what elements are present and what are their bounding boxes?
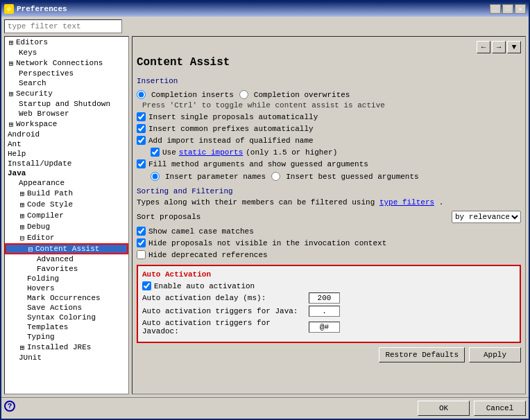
tree-item-templates[interactable]: Templates	[5, 322, 128, 332]
param-radio-row: Insert parameter names Insert best guess…	[151, 172, 521, 181]
completion-inserts-label: Completion inserts	[151, 91, 234, 99]
tree-item-java[interactable]: Java	[5, 168, 128, 178]
tree-label-editor: Editor	[27, 234, 55, 242]
main-content: ⊞ Editors Keys ⊞ Network Connections Per…	[4, 36, 526, 394]
best-guessed-radio[interactable]	[271, 172, 280, 181]
tree-item-ant[interactable]: Ant	[5, 139, 128, 149]
tree-item-advanced[interactable]: Advanced	[5, 254, 128, 264]
filter-input[interactable]	[4, 19, 122, 33]
tree-item-workspace[interactable]: ⊞ Workspace	[5, 119, 128, 130]
tree-item-android[interactable]: Android	[5, 130, 128, 139]
tree-item-hovers[interactable]: Hovers	[5, 283, 128, 293]
tree-label-appearance: Appearance	[19, 179, 65, 187]
window-icon: ⚙	[4, 4, 14, 14]
hide-proposals-checkbox[interactable]	[137, 238, 146, 247]
param-names-radio[interactable]	[151, 172, 160, 181]
hide-proposals-label: Hide proposals not visible in the invoca…	[148, 239, 386, 247]
expand-icon-installedjres: ⊞	[17, 342, 27, 352]
check-single-proposals: Insert single proposals automatically	[137, 112, 521, 121]
tree-item-favorites[interactable]: Favorites	[5, 264, 128, 274]
tree-item-security[interactable]: ⊞ Security	[5, 88, 128, 99]
expand-icon-contentassist: ⊟	[26, 244, 35, 254]
restore-defaults-button[interactable]: Restore Defaults	[379, 347, 465, 362]
delay-label: Auto activation delay (ms):	[142, 294, 309, 302]
tree-item-contentassist[interactable]: ⊟ Content Assist	[5, 243, 128, 254]
completion-inserts-radio[interactable]	[137, 90, 146, 99]
tree-item-webbrowser[interactable]: Web Browser	[5, 109, 128, 119]
check-camel-case: Show camel case matches	[137, 227, 521, 236]
tree-item-network[interactable]: ⊞ Network Connections	[5, 58, 128, 69]
cancel-button[interactable]: Cancel	[474, 401, 526, 416]
back-button[interactable]: ←	[477, 41, 490, 53]
tree-item-syntaxcoloring[interactable]: Syntax Coloring	[5, 313, 128, 322]
static-imports-prefix: Use	[162, 148, 176, 157]
tree-label-markoccurrences: Mark Occurrences	[27, 294, 101, 302]
expand-icon-debug: ⊞	[17, 222, 27, 231]
expand-icon-security: ⊞	[6, 89, 16, 98]
tree-item-help[interactable]: Help	[5, 149, 128, 159]
expand-icon-workspace: ⊞	[6, 119, 16, 129]
tree-label-perspectives: Perspectives	[19, 69, 74, 78]
sort-proposals-select[interactable]: by relevance alphabetically	[452, 211, 521, 223]
static-imports-link[interactable]: static imports	[179, 148, 243, 157]
hide-deprecated-label: Hide deprecated references	[148, 251, 268, 259]
tree-label-junit: JUnit	[19, 353, 42, 362]
camel-case-checkbox[interactable]	[137, 227, 146, 236]
apply-button[interactable]: Apply	[469, 347, 521, 362]
tree-item-markoccurrences[interactable]: Mark Occurrences	[5, 293, 128, 303]
static-imports-checkbox[interactable]	[151, 148, 160, 157]
close-button[interactable]: ✕	[515, 4, 526, 14]
title-buttons[interactable]: _ □ ✕	[490, 4, 526, 14]
add-import-checkbox[interactable]	[137, 136, 146, 145]
check-enable-autoactivation: Enable auto activation	[142, 281, 515, 290]
javadoc-triggers-input[interactable]	[309, 322, 340, 333]
tree-item-startup[interactable]: Startup and Shutdown	[5, 99, 128, 109]
forward-button[interactable]: →	[492, 41, 506, 53]
expand-icon-codestyle: ⊞	[17, 200, 27, 209]
tree-item-appearance[interactable]: Appearance	[5, 178, 128, 188]
maximize-button[interactable]: □	[502, 4, 513, 14]
hide-deprecated-checkbox[interactable]	[137, 250, 146, 259]
static-imports-suffix: (only 1.5 or higher)	[246, 148, 337, 157]
check-fill-method: Fill method arguments and show guessed a…	[137, 159, 521, 168]
single-proposals-checkbox[interactable]	[137, 112, 146, 121]
tree-item-installupdate[interactable]: Install/Update	[5, 159, 128, 168]
tree-item-saveactions[interactable]: Save Actions	[5, 303, 128, 313]
tree-item-editor[interactable]: ⊟ Editor	[5, 232, 128, 243]
java-triggers-input[interactable]	[309, 306, 340, 317]
fill-method-checkbox[interactable]	[137, 159, 146, 168]
help-icon[interactable]: ?	[4, 401, 15, 412]
ok-button[interactable]: OK	[418, 401, 470, 416]
tree-item-debug[interactable]: ⊞ Debug	[5, 221, 128, 232]
tree-item-keys[interactable]: Keys	[5, 48, 128, 58]
tree-item-codestyle[interactable]: ⊞ Code Style	[5, 199, 128, 210]
tree-item-search[interactable]: Search	[5, 78, 128, 88]
tree-label-codestyle: Code Style	[27, 200, 73, 209]
tree-item-folding[interactable]: Folding	[5, 274, 128, 283]
tree-item-buildpath[interactable]: ⊞ Build Path	[5, 188, 128, 199]
common-prefixes-checkbox[interactable]	[137, 124, 146, 133]
tree-label-debug: Debug	[27, 222, 50, 231]
delay-input[interactable]	[309, 292, 340, 304]
auto-activation-header: Auto Activation	[142, 270, 515, 279]
left-panel: ⊞ Editors Keys ⊞ Network Connections Per…	[4, 36, 129, 394]
completion-overwrites-radio[interactable]	[239, 90, 248, 99]
completion-overwrites-label: Completion overwrites	[254, 91, 350, 99]
tree-item-junit[interactable]: JUnit	[5, 353, 128, 362]
tree-item-editors[interactable]: ⊞ Editors	[5, 37, 128, 48]
sort-proposals-label: Sort proposals	[137, 213, 200, 221]
param-names-label: Insert parameter names	[165, 173, 266, 181]
tree-item-installedjres[interactable]: ⊞ Installed JREs	[5, 342, 128, 353]
common-prefixes-label: Insert common prefixes automatically	[148, 125, 314, 133]
minimize-button[interactable]: _	[490, 4, 501, 14]
completion-radio-row: Completion inserts Completion overwrites	[137, 90, 521, 99]
tree-item-typing[interactable]: Typing	[5, 332, 128, 342]
filter-row	[4, 19, 526, 33]
tree-item-perspectives[interactable]: Perspectives	[5, 69, 128, 78]
menu-button[interactable]: ▼	[507, 41, 521, 53]
enable-autoactivation-checkbox[interactable]	[142, 281, 151, 290]
type-filters-link[interactable]: type filters	[379, 198, 434, 207]
tree-item-compiler[interactable]: ⊞ Compiler	[5, 210, 128, 221]
tree-label-installupdate: Install/Update	[8, 159, 71, 168]
expand-icon-compiler: ⊞	[17, 211, 27, 220]
